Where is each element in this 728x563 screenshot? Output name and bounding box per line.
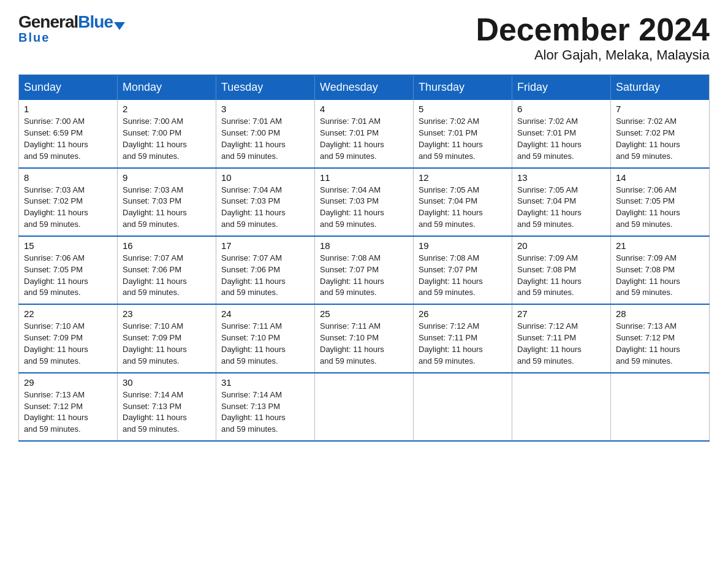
- sunrise-label: Sunrise: 7:09 AM: [517, 253, 578, 262]
- calendar-day-cell: 21Sunrise: 7:09 AMSunset: 7:08 PMDayligh…: [611, 236, 710, 304]
- calendar-day-cell: 8Sunrise: 7:03 AMSunset: 7:02 PMDaylight…: [19, 168, 118, 236]
- daylight-label: Daylight: 11 hours: [24, 140, 88, 149]
- calendar-day-cell: 7Sunrise: 7:02 AMSunset: 7:02 PMDaylight…: [611, 100, 710, 167]
- day-number: 4: [320, 104, 408, 114]
- day-number: 6: [517, 104, 605, 114]
- calendar-title-area: December 2024 Alor Gajah, Melaka, Malays…: [476, 12, 710, 63]
- column-header-sunday: Sunday: [19, 75, 118, 101]
- sunrise-label: Sunrise: 7:00 AM: [24, 117, 85, 126]
- daylight-label: Daylight: 11 hours: [419, 208, 483, 217]
- sunrise-label: Sunrise: 7:03 AM: [123, 185, 183, 194]
- sunrise-label: Sunrise: 7:02 AM: [616, 117, 677, 126]
- sunset-label: Sunset: 7:02 PM: [616, 128, 675, 137]
- daylight-label: Daylight: 11 hours: [517, 208, 582, 217]
- day-number: 11: [320, 172, 408, 183]
- sunset-label: Sunset: 7:03 PM: [123, 196, 181, 205]
- day-info: Sunrise: 7:11 AMSunset: 7:10 PMDaylight:…: [320, 321, 408, 367]
- sunset-label: Sunset: 7:08 PM: [616, 265, 675, 274]
- daylight-label: Daylight: 11 hours: [221, 413, 286, 422]
- daylight-label: Daylight: 11 hours: [24, 345, 88, 354]
- daylight-minutes: and 59 minutes.: [24, 220, 81, 229]
- daylight-label: Daylight: 11 hours: [616, 140, 680, 149]
- sunrise-label: Sunrise: 7:00 AM: [123, 117, 183, 126]
- day-number: 21: [616, 240, 704, 251]
- daylight-label: Daylight: 11 hours: [123, 140, 187, 149]
- calendar-day-cell: 22Sunrise: 7:10 AMSunset: 7:09 PMDayligh…: [19, 304, 118, 372]
- day-info: Sunrise: 7:10 AMSunset: 7:09 PMDaylight:…: [123, 321, 211, 367]
- daylight-label: Daylight: 11 hours: [320, 345, 384, 354]
- daylight-minutes: and 59 minutes.: [24, 151, 81, 161]
- daylight-minutes: and 59 minutes.: [320, 220, 377, 229]
- sunrise-label: Sunrise: 7:13 AM: [616, 321, 677, 331]
- calendar-day-cell: 4Sunrise: 7:01 AMSunset: 7:01 PMDaylight…: [315, 100, 414, 167]
- day-info: Sunrise: 7:05 AMSunset: 7:04 PMDaylight:…: [419, 185, 507, 231]
- page-title: December 2024: [476, 12, 710, 47]
- day-number: 3: [221, 104, 309, 114]
- daylight-label: Daylight: 11 hours: [320, 208, 384, 217]
- sunset-label: Sunset: 7:06 PM: [221, 265, 280, 274]
- day-info: Sunrise: 7:11 AMSunset: 7:10 PMDaylight:…: [221, 321, 309, 367]
- day-info: Sunrise: 7:13 AMSunset: 7:12 PMDaylight:…: [616, 321, 704, 367]
- daylight-label: Daylight: 11 hours: [221, 277, 286, 286]
- sunset-label: Sunset: 7:03 PM: [320, 196, 379, 205]
- day-info: Sunrise: 7:02 AMSunset: 7:01 PMDaylight:…: [419, 116, 507, 162]
- daylight-label: Daylight: 11 hours: [123, 413, 187, 422]
- day-number: 22: [24, 308, 112, 319]
- daylight-minutes: and 59 minutes.: [123, 288, 180, 297]
- daylight-minutes: and 59 minutes.: [616, 151, 673, 161]
- sunrise-label: Sunrise: 7:08 AM: [419, 253, 479, 262]
- sunrise-label: Sunrise: 7:07 AM: [123, 253, 183, 262]
- day-number: 20: [517, 240, 605, 251]
- sunset-label: Sunset: 7:10 PM: [221, 333, 280, 342]
- sunrise-label: Sunrise: 7:04 AM: [320, 185, 381, 194]
- calendar-week-row: 15Sunrise: 7:06 AMSunset: 7:05 PMDayligh…: [19, 236, 710, 304]
- daylight-minutes: and 59 minutes.: [24, 356, 81, 366]
- day-info: Sunrise: 7:13 AMSunset: 7:12 PMDaylight:…: [24, 389, 112, 435]
- empty-cell: [315, 373, 414, 441]
- daylight-minutes: and 59 minutes.: [221, 220, 278, 229]
- calendar-day-cell: 6Sunrise: 7:02 AMSunset: 7:01 PMDaylight…: [512, 100, 611, 167]
- sunrise-label: Sunrise: 7:02 AM: [419, 117, 479, 126]
- day-info: Sunrise: 7:09 AMSunset: 7:08 PMDaylight:…: [517, 253, 605, 299]
- calendar-day-cell: 3Sunrise: 7:01 AMSunset: 7:00 PMDaylight…: [216, 100, 315, 167]
- day-number: 16: [123, 240, 211, 251]
- daylight-minutes: and 59 minutes.: [221, 424, 278, 434]
- sunset-label: Sunset: 7:05 PM: [24, 265, 83, 274]
- daylight-label: Daylight: 11 hours: [221, 140, 286, 149]
- sunrise-label: Sunrise: 7:06 AM: [24, 253, 85, 262]
- day-number: 24: [221, 308, 309, 319]
- day-info: Sunrise: 7:06 AMSunset: 7:05 PMDaylight:…: [616, 185, 704, 231]
- day-number: 29: [24, 377, 112, 388]
- day-number: 19: [419, 240, 507, 251]
- day-info: Sunrise: 7:08 AMSunset: 7:07 PMDaylight:…: [419, 253, 507, 299]
- sunset-label: Sunset: 7:07 PM: [419, 265, 477, 274]
- day-info: Sunrise: 7:07 AMSunset: 7:06 PMDaylight:…: [123, 253, 211, 299]
- daylight-label: Daylight: 11 hours: [24, 277, 88, 286]
- sunset-label: Sunset: 7:13 PM: [123, 402, 181, 411]
- daylight-label: Daylight: 11 hours: [123, 208, 187, 217]
- daylight-label: Daylight: 11 hours: [320, 277, 384, 286]
- calendar-day-cell: 31Sunrise: 7:14 AMSunset: 7:13 PMDayligh…: [216, 373, 315, 441]
- daylight-label: Daylight: 11 hours: [24, 208, 88, 217]
- daylight-label: Daylight: 11 hours: [221, 208, 286, 217]
- calendar-day-cell: 13Sunrise: 7:05 AMSunset: 7:04 PMDayligh…: [512, 168, 611, 236]
- calendar-week-row: 29Sunrise: 7:13 AMSunset: 7:12 PMDayligh…: [19, 373, 710, 441]
- daylight-minutes: and 59 minutes.: [419, 220, 476, 229]
- day-number: 9: [123, 172, 211, 183]
- calendar-day-cell: 28Sunrise: 7:13 AMSunset: 7:12 PMDayligh…: [611, 304, 710, 372]
- day-info: Sunrise: 7:12 AMSunset: 7:11 PMDaylight:…: [419, 321, 507, 367]
- sunrise-label: Sunrise: 7:01 AM: [221, 117, 282, 126]
- day-info: Sunrise: 7:03 AMSunset: 7:03 PMDaylight:…: [123, 185, 211, 231]
- sunrise-label: Sunrise: 7:11 AM: [221, 321, 282, 331]
- logo: GeneralBlue Blue: [18, 12, 125, 45]
- logo-blue-label: Blue: [18, 31, 50, 45]
- calendar-week-row: 1Sunrise: 7:00 AMSunset: 6:59 PMDaylight…: [19, 100, 710, 167]
- day-info: Sunrise: 7:10 AMSunset: 7:09 PMDaylight:…: [24, 321, 112, 367]
- day-info: Sunrise: 7:09 AMSunset: 7:08 PMDaylight:…: [616, 253, 704, 299]
- daylight-label: Daylight: 11 hours: [517, 140, 582, 149]
- daylight-minutes: and 59 minutes.: [616, 288, 673, 297]
- day-number: 13: [517, 172, 605, 183]
- sunset-label: Sunset: 7:01 PM: [320, 128, 379, 137]
- day-number: 1: [24, 104, 112, 114]
- calendar-day-cell: 11Sunrise: 7:04 AMSunset: 7:03 PMDayligh…: [315, 168, 414, 236]
